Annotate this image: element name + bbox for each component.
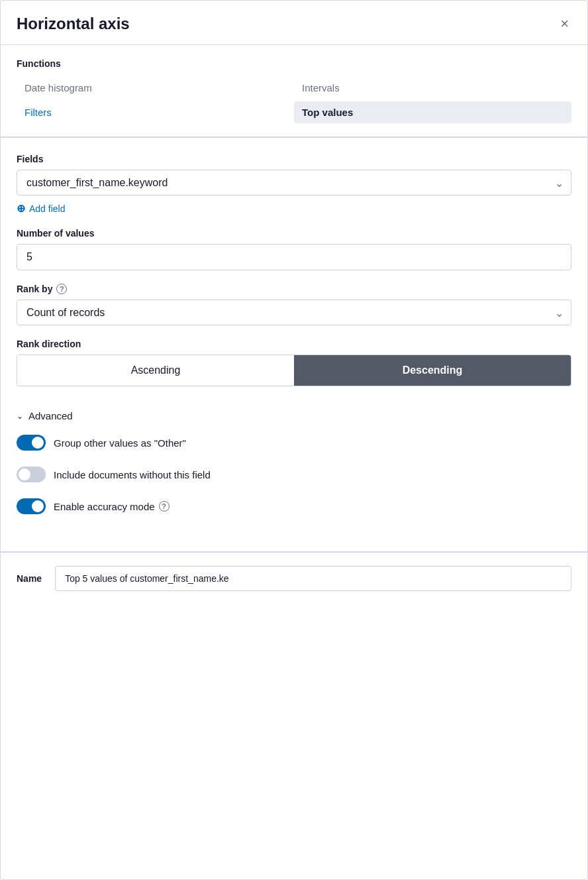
panel-header: Horizontal axis × (1, 1, 587, 45)
rank-by-select[interactable]: Count of records (17, 300, 571, 325)
rank-by-help-icon[interactable]: ? (56, 284, 67, 294)
functions-section: Functions Date histogram Intervals Filte… (1, 45, 587, 138)
group-other-slider (17, 435, 46, 451)
toggle-row-accuracy-mode: Enable accuracy mode ? (17, 490, 571, 522)
function-date-histogram[interactable]: Date histogram (17, 77, 294, 99)
include-documents-toggle[interactable] (17, 467, 46, 482)
advanced-toggle-button[interactable]: ⌄ Advanced (17, 400, 73, 427)
rank-by-label-row: Rank by ? (17, 284, 571, 294)
accuracy-mode-label-row: Enable accuracy mode ? (54, 501, 170, 512)
add-field-icon: ⊕ (17, 202, 25, 215)
fields-label: Fields (17, 154, 571, 164)
rank-direction-descending[interactable]: Descending (294, 355, 571, 386)
rank-by-group: Rank by ? Count of records ⌄ (17, 284, 571, 325)
toggle-row-group-other: Group other values as "Other" (17, 427, 571, 459)
add-field-label: Add field (29, 203, 65, 214)
name-label: Name (17, 573, 42, 584)
rank-direction-group: Rank direction Ascending Descending (17, 339, 571, 386)
number-of-values-group: Number of values (17, 228, 571, 270)
function-top-values[interactable]: Top values (294, 101, 571, 123)
add-field-button[interactable]: ⊕ Add field (17, 202, 65, 215)
horizontal-axis-panel: Horizontal axis × Functions Date histogr… (0, 0, 588, 880)
toggle-row-include-documents: Include documents without this field (17, 459, 571, 490)
accuracy-mode-label: Enable accuracy mode (54, 501, 155, 512)
group-other-toggle[interactable] (17, 435, 46, 451)
include-documents-label: Include documents without this field (54, 469, 211, 480)
group-other-label: Group other values as "Other" (54, 437, 186, 449)
fields-select[interactable]: customer_first_name.keyword (17, 170, 571, 195)
close-button[interactable]: × (558, 14, 571, 34)
rank-direction-ascending[interactable]: Ascending (17, 355, 294, 386)
accuracy-mode-help-icon[interactable]: ? (159, 501, 170, 512)
advanced-content: Group other values as "Other" Include do… (17, 427, 571, 522)
rank-by-label: Rank by (17, 284, 52, 294)
include-documents-slider (17, 467, 46, 482)
number-of-values-input[interactable] (17, 244, 571, 270)
panel-title: Horizontal axis (17, 15, 130, 33)
rank-direction-toggle-group: Ascending Descending (17, 355, 571, 386)
accuracy-mode-toggle[interactable] (17, 498, 46, 514)
number-of-values-label: Number of values (17, 228, 571, 239)
name-input[interactable] (55, 566, 571, 591)
fields-select-wrapper: customer_first_name.keyword ⌄ (17, 170, 571, 195)
advanced-chevron-icon: ⌄ (17, 412, 23, 421)
rank-direction-label: Rank direction (17, 339, 571, 349)
fields-group: Fields customer_first_name.keyword ⌄ ⊕ A… (17, 154, 571, 215)
advanced-label: Advanced (28, 410, 73, 421)
functions-label: Functions (17, 58, 571, 69)
main-content: Fields customer_first_name.keyword ⌄ ⊕ A… (1, 138, 587, 538)
name-section: Name (1, 551, 587, 604)
function-intervals[interactable]: Intervals (294, 77, 571, 99)
functions-grid: Date histogram Intervals Filters Top val… (17, 77, 571, 123)
function-filters[interactable]: Filters (17, 101, 294, 123)
rank-by-select-wrapper: Count of records ⌄ (17, 300, 571, 325)
accuracy-mode-slider (17, 498, 46, 514)
